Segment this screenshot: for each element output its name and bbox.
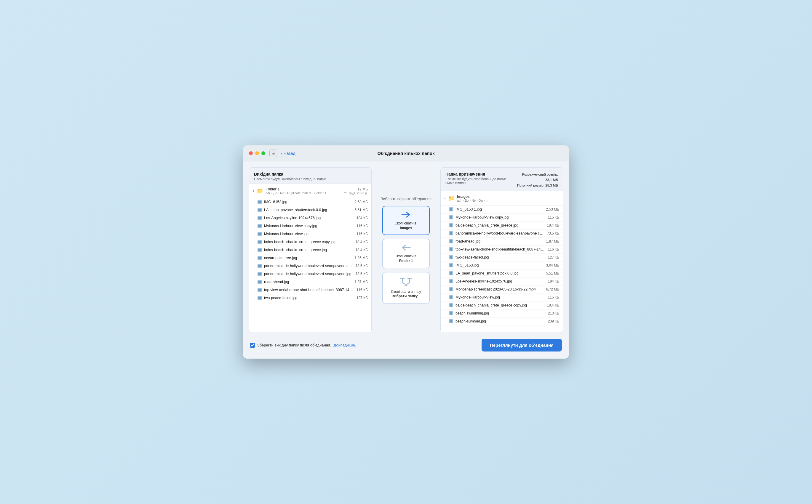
merge-option-copy-to-images-label: Скопіювати в: Images bbox=[395, 221, 418, 230]
file-icon bbox=[258, 232, 262, 236]
list-item[interactable]: IMG_6153 1.jpg 2,53 МБ bbox=[441, 206, 563, 214]
file-icon bbox=[258, 264, 262, 268]
list-item[interactable]: Mykonos-Harbour-View copy.jpg 115 КБ bbox=[249, 222, 371, 230]
file-name: Monosnap screencast 2023-05-23 16-33-22.… bbox=[455, 287, 543, 291]
list-item[interactable]: balos-beach_chania_crete_greece.jpg 18,4… bbox=[249, 246, 371, 254]
file-icon bbox=[258, 280, 262, 284]
source-folder-row[interactable]: ▾ 📁 Folder 1 adr › До › Ne › Duplicate f… bbox=[249, 184, 371, 198]
sidebar-toggle-button[interactable]: ⊟ bbox=[269, 150, 277, 157]
file-name: two-peace-faced.jpg bbox=[264, 296, 354, 300]
merge-option-copy-to-folder1[interactable]: Скопіювати в: Folder 1 bbox=[382, 239, 430, 268]
list-item[interactable]: panoramica-de-hollywood-boulevard-seanpa… bbox=[249, 270, 371, 278]
close-button[interactable] bbox=[249, 151, 253, 155]
list-item[interactable]: ocean-palm-tree.jpg 1,25 МБ bbox=[249, 254, 371, 262]
file-size: 18,4 КБ bbox=[355, 248, 368, 252]
file-name: panoramica-de-hollywood-boulevard-seanpa… bbox=[264, 272, 353, 276]
file-icon bbox=[449, 247, 453, 251]
list-item[interactable]: two-peace-faced.jpg 127 КБ bbox=[249, 294, 371, 302]
source-folder-path: adr › До › Ne › Duplicate folders › Fold… bbox=[266, 191, 342, 195]
file-icon bbox=[258, 256, 262, 260]
file-name: top-view-aerial-drone-shot-beautiful-bea… bbox=[455, 247, 545, 251]
file-name: ocean-palm-tree.jpg bbox=[264, 256, 352, 260]
list-item[interactable]: IMG_6153.jpg 2,53 МБ bbox=[249, 198, 371, 206]
list-item[interactable]: IMG_6153.jpg 3,04 МБ bbox=[441, 261, 563, 269]
file-name: road-ahead.jpg bbox=[455, 239, 543, 243]
list-item[interactable]: beach-summer.jpg 239 КБ bbox=[441, 317, 563, 325]
file-size: 116 КБ bbox=[548, 247, 559, 251]
learn-more-link[interactable]: Докладніше. bbox=[334, 343, 356, 347]
file-name: top-view-aerial-drone-shot-beautiful-bea… bbox=[264, 288, 354, 292]
titlebar: ⊟ ‹ Назад Об'єднання кількох папок bbox=[243, 145, 569, 161]
file-icon bbox=[449, 271, 453, 275]
back-label: Назад bbox=[284, 151, 296, 156]
file-icon bbox=[449, 263, 453, 267]
list-item[interactable]: road-ahead.jpg 1,87 МБ bbox=[249, 278, 371, 286]
file-size: 73,5 КБ bbox=[547, 231, 559, 235]
file-size: 3,04 МБ bbox=[546, 263, 559, 267]
list-item[interactable]: Los-Angeles-skyline-1024x576.jpg 184 КБ bbox=[441, 277, 563, 285]
list-item[interactable]: panoramica-de-hollywood-boulevard-seanpa… bbox=[441, 229, 563, 237]
file-size: 116 КБ bbox=[357, 288, 368, 292]
arrow-merge-icon bbox=[399, 277, 413, 287]
file-size: 18,4 КБ bbox=[355, 240, 368, 244]
list-item[interactable]: road-ahead.jpg 1,87 МБ bbox=[441, 237, 563, 245]
dest-panel-title: Папка призначення bbox=[445, 172, 516, 176]
list-item[interactable]: Los-Angeles-skyline-1024x576.jpg 184 КБ bbox=[249, 214, 371, 222]
keep-source-checkbox[interactable] bbox=[250, 343, 255, 348]
list-item[interactable]: LA_sean_pavone_shutterstock.0.0.jpg 5,51… bbox=[441, 269, 563, 277]
file-icon bbox=[449, 207, 453, 211]
list-item[interactable]: balos-beach_chania_crete_greece copy.jpg… bbox=[441, 301, 563, 309]
merge-option-copy-to-folder1-label: Скопіювати в: Folder 1 bbox=[395, 254, 418, 263]
main-window: ⊟ ‹ Назад Об'єднання кількох папок Вихід… bbox=[243, 145, 569, 359]
file-name: panoramica-de-hollywood-boulevard-seanpa… bbox=[264, 264, 353, 268]
source-folder-date: 21 груд. 2023 р. bbox=[344, 191, 368, 195]
file-name: balos-beach_chania_crete_greece copy.jpg bbox=[264, 240, 353, 244]
source-folder-meta: 12 МБ 21 груд. 2023 р. bbox=[344, 187, 368, 195]
list-item[interactable]: Mykonos-Harbour-View.jpg 115 КБ bbox=[249, 230, 371, 238]
merge-option-copy-to-other[interactable]: Скопіювати в іншу Вибрати папку... bbox=[382, 272, 430, 304]
file-size: 1,87 МБ bbox=[546, 239, 559, 243]
list-item[interactable]: balos-beach_chania_crete_greece.jpg 18,4… bbox=[441, 221, 563, 229]
dest-folder-name: Images bbox=[457, 194, 559, 199]
dest-panel-header: Папка призначення Елементи будуть скопій… bbox=[441, 168, 563, 191]
file-size: 73,5 КБ bbox=[355, 264, 368, 268]
list-item[interactable]: Mykonos-Harbour-View copy.jpg 115 КБ bbox=[441, 214, 563, 221]
list-item[interactable]: Monosnap screencast 2023-05-23 16-33-22.… bbox=[441, 285, 563, 293]
file-name: balos-beach_chania_crete_greece.jpg bbox=[455, 223, 544, 227]
file-icon bbox=[449, 311, 453, 315]
list-item[interactable]: panoramica-de-hollywood-boulevard-seanpa… bbox=[249, 262, 371, 270]
list-item[interactable]: LA_sean_pavone_shutterstock.0.0.jpg 5,51… bbox=[249, 206, 371, 214]
middle-panel: Виберіть варіант об'єднання Скопіювати в… bbox=[376, 167, 436, 333]
merge-option-copy-to-images[interactable]: Скопіювати в: Images bbox=[382, 206, 430, 235]
dest-panel-titles: Папка призначення Елементи будуть скопій… bbox=[445, 172, 516, 184]
source-panel-subtitle: Елементи будуть скопійовані з вихідної п… bbox=[254, 177, 367, 181]
file-icon bbox=[258, 240, 262, 244]
current-size-row: Поточний розмір: 28,3 МБ bbox=[516, 183, 558, 188]
list-item[interactable]: balos-beach_chania_crete_greece copy.jpg… bbox=[249, 238, 371, 246]
file-icon bbox=[258, 208, 262, 212]
maximize-button[interactable] bbox=[261, 151, 265, 155]
list-item[interactable]: beach swimming.jpg 213 КБ bbox=[441, 309, 563, 317]
file-icon bbox=[258, 216, 262, 220]
dest-folder-row[interactable]: ▾ 📁 Images adr › До › Ne › Du › Im bbox=[441, 191, 563, 206]
file-size: 1,87 МБ bbox=[354, 280, 368, 284]
list-item[interactable]: top-view-aerial-drone-shot-beautiful-bea… bbox=[249, 286, 371, 294]
file-size: 2,53 МБ bbox=[546, 207, 559, 211]
file-size: 127 КБ bbox=[548, 255, 559, 259]
source-panel-header: Вихідна папка Елементи будуть скопійован… bbox=[249, 168, 371, 184]
file-name: Mykonos-Harbour-View copy.jpg bbox=[455, 215, 545, 219]
minimize-button[interactable] bbox=[255, 151, 259, 155]
list-item[interactable]: two-peace-faced.jpg 127 КБ bbox=[441, 253, 563, 261]
file-name: IMG_6153.jpg bbox=[455, 263, 543, 267]
file-name: IMG_6153 1.jpg bbox=[455, 207, 543, 211]
list-item[interactable]: top-view-aerial-drone-shot-beautiful-bea… bbox=[441, 245, 563, 253]
source-file-list: IMG_6153.jpg 2,53 МБ LA_sean_pavone_shut… bbox=[249, 198, 371, 333]
source-panel: Вихідна папка Елементи будуть скопійован… bbox=[249, 167, 372, 333]
merge-option-copy-to-other-label: Скопіювати в іншу Вибрати папку... bbox=[391, 290, 421, 299]
back-button[interactable]: ‹ Назад bbox=[281, 151, 296, 156]
list-item[interactable]: Mykonos-Harbour-View.jpg 115 КБ bbox=[441, 293, 563, 301]
merge-button[interactable]: Переглянути для об'єднання bbox=[482, 339, 562, 351]
dest-folder-info: Images adr › До › Ne › Du › Im bbox=[457, 194, 559, 202]
panels-row: Вихідна папка Елементи будуть скопійован… bbox=[249, 167, 563, 333]
file-name: balos-beach_chania_crete_greece copy.jpg bbox=[455, 303, 544, 307]
